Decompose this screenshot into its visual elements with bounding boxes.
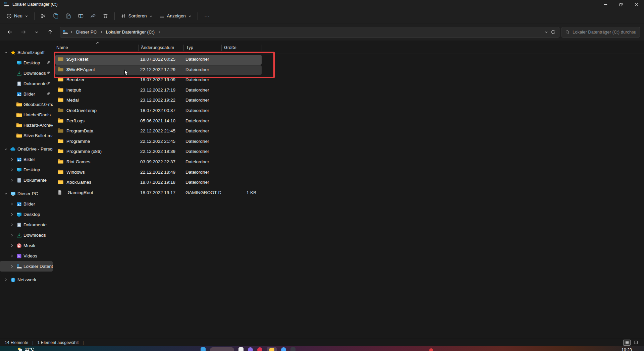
taskbar-clock[interactable]: 10:23 xyxy=(622,348,632,351)
app-purple-icon[interactable] xyxy=(248,347,253,351)
app-red-icon[interactable] xyxy=(257,347,262,351)
refresh-icon[interactable] xyxy=(551,30,556,35)
file-row-programme-x86-[interactable]: Programme (x86)22.12.2022 18:39Dateiordn… xyxy=(53,147,644,157)
new-button[interactable]: Neu xyxy=(3,11,31,21)
desktop-icon xyxy=(16,60,22,66)
chevron-right-icon[interactable] xyxy=(9,202,15,206)
file-row-onedrivetemp[interactable]: OneDriveTemp18.07.2022 00:37Dateiordner xyxy=(53,106,644,116)
sidebar-item-gloobus2-0-main[interactable]: Gloobus2.0-main xyxy=(0,99,53,110)
restore-button[interactable] xyxy=(613,0,629,9)
file-row-programdata[interactable]: ProgramData22.12.2022 21:45Dateiordner xyxy=(53,126,644,137)
recent-locations-button[interactable] xyxy=(31,27,42,38)
sidebar-item-bilder[interactable]: Bilder xyxy=(0,199,53,209)
column-divider[interactable] xyxy=(221,45,222,51)
minimize-button[interactable] xyxy=(598,0,613,9)
sidebar-item-downloads[interactable]: Downloads xyxy=(0,68,53,78)
sidebar-item-desktop[interactable]: Desktop xyxy=(0,209,53,220)
column-divider[interactable] xyxy=(183,45,184,51)
file-row-programme[interactable]: Programme22.12.2022 21:45Dateiordner xyxy=(53,137,644,147)
delete-button[interactable] xyxy=(100,11,111,21)
sidebar-item-dokumente[interactable]: Dokumente xyxy=(0,78,53,89)
column-header-size[interactable]: Größe xyxy=(224,45,236,50)
chevron-right-icon[interactable] xyxy=(9,223,15,227)
sidebar-item-bilder[interactable]: Bilder xyxy=(0,154,53,165)
column-header-name[interactable]: Name xyxy=(56,45,68,50)
paste-button[interactable] xyxy=(62,11,74,21)
sidebar-item-desktop[interactable]: Desktop xyxy=(0,58,53,68)
app-dark-icon[interactable] xyxy=(290,347,296,351)
chevron-right-icon[interactable] xyxy=(9,265,15,268)
chevron-right-icon[interactable] xyxy=(9,244,15,247)
search-pill-icon[interactable] xyxy=(210,347,234,351)
breadcrumb-item-dieser-pc[interactable]: Dieser PC xyxy=(74,28,99,36)
back-button[interactable] xyxy=(4,27,15,38)
app-white-icon[interactable] xyxy=(238,347,244,351)
details-view-icon[interactable] xyxy=(623,340,631,346)
breadcrumb[interactable]: Dieser PC Lokaler Datenträger (C:) xyxy=(60,27,559,38)
forward-button[interactable] xyxy=(17,27,29,38)
file-row--sysreset[interactable]: $SysReset18.07.2022 00:25Dateiordner xyxy=(53,55,644,65)
file-row-riot-games[interactable]: Riot Games03.09.2022 22:37Dateiordner xyxy=(53,157,644,168)
copy-button[interactable] xyxy=(50,11,62,21)
sort-button[interactable]: Sortieren xyxy=(118,11,156,21)
sidebar-section-netzwerk[interactable]: Netzwerk xyxy=(0,275,53,285)
thumbnails-view-icon[interactable] xyxy=(632,340,639,346)
chevron-right-icon[interactable] xyxy=(3,278,9,282)
search-box[interactable] xyxy=(561,27,640,38)
search-input[interactable] xyxy=(573,30,636,35)
sidebar-item-lokaler-datentr-ger-c-[interactable]: Lokaler Datenträger (C:) xyxy=(0,261,53,272)
breadcrumb-item-local-disk[interactable]: Lokaler Datenträger (C:) xyxy=(104,28,157,36)
file-row--winreagent[interactable]: $WinREAgent22.12.2022 17:29Dateiordner xyxy=(53,65,644,75)
sidebar-item-hazard-archive-r[interactable]: Hazard-Archive--r xyxy=(0,120,53,130)
up-button[interactable] xyxy=(44,27,56,38)
column-header-date[interactable]: Änderungsdatum xyxy=(141,45,174,50)
file-row--gamingroot[interactable]: .GamingRoot18.07.2022 19:17GAMINGROOT-Da… xyxy=(53,188,644,198)
file-row-perflogs[interactable]: PerfLogs05.06.2021 14:10Dateiordner xyxy=(53,116,644,127)
chevron-down-icon[interactable] xyxy=(3,147,9,151)
chevron-right-icon[interactable] xyxy=(9,254,15,258)
column-header-type[interactable]: Typ xyxy=(186,45,193,50)
more-options-button[interactable]: ⋯ xyxy=(201,11,213,20)
breadcrumb-chevron-icon[interactable] xyxy=(157,31,161,34)
file-row-windows[interactable]: Windows22.12.2022 18:49Dateiordner xyxy=(53,168,644,178)
column-divider[interactable] xyxy=(262,45,262,51)
sidebar-item-dokumente[interactable]: Dokumente xyxy=(0,175,53,185)
chevron-down-icon[interactable] xyxy=(3,192,9,195)
chevron-right-icon[interactable] xyxy=(9,158,15,161)
file-row-inetpub[interactable]: inetpub23.12.2022 17:19Dateiordner xyxy=(53,85,644,96)
sidebar-item-desktop[interactable]: Desktop xyxy=(0,165,53,175)
windows-logo-icon[interactable] xyxy=(201,347,206,351)
address-dropdown-icon[interactable] xyxy=(544,30,548,34)
share-button[interactable] xyxy=(87,11,99,21)
app-blue-icon[interactable] xyxy=(281,347,286,351)
file-type: Dateiordner xyxy=(185,128,221,133)
cut-button[interactable] xyxy=(38,11,49,21)
sidebar-item-videos[interactable]: Videos xyxy=(0,251,53,261)
sidebar-item-bilder[interactable]: Bilder xyxy=(0,89,53,99)
sidebar-item-silverbullet-master[interactable]: SilverBullet-master xyxy=(0,130,53,141)
sidebar-item-downloads[interactable]: Downloads xyxy=(0,230,53,240)
close-button[interactable] xyxy=(629,0,644,9)
column-divider[interactable] xyxy=(138,45,139,51)
file-row-medal[interactable]: Medal23.12.2022 19:22Dateiordner xyxy=(53,96,644,106)
chevron-right-icon[interactable] xyxy=(9,233,15,237)
notification-badge[interactable] xyxy=(429,348,433,351)
explorer-folder-active-icon[interactable] xyxy=(267,347,277,351)
rename-button[interactable] xyxy=(75,11,87,21)
breadcrumb-chevron-icon[interactable] xyxy=(99,31,104,34)
chevron-right-icon[interactable] xyxy=(9,178,15,182)
file-row-xboxgames[interactable]: XboxGames18.07.2022 19:18Dateiordner xyxy=(53,178,644,188)
file-row-benutzer[interactable]: Benutzer18.07.2022 19:09Dateiordner xyxy=(53,75,644,85)
sidebar-section-schnellzugriff[interactable]: Schnellzugriff xyxy=(0,47,53,58)
chevron-down-icon[interactable] xyxy=(3,51,9,54)
breadcrumb-chevron-icon[interactable] xyxy=(69,31,74,34)
weather-widget[interactable]: 11°C xyxy=(17,347,34,351)
sidebar-section-onedrive-personal[interactable]: OneDrive - Personal xyxy=(0,144,53,154)
sidebar-item-hatchetdanis[interactable]: HatchetDanis xyxy=(0,110,53,120)
sidebar-section-dieser-pc[interactable]: Dieser PC xyxy=(0,188,53,199)
view-button[interactable]: Anzeigen xyxy=(156,11,195,21)
sidebar-item-musik[interactable]: Musik xyxy=(0,240,53,251)
chevron-right-icon[interactable] xyxy=(9,168,15,172)
chevron-right-icon[interactable] xyxy=(9,213,15,216)
sidebar-item-dokumente[interactable]: Dokumente xyxy=(0,220,53,230)
